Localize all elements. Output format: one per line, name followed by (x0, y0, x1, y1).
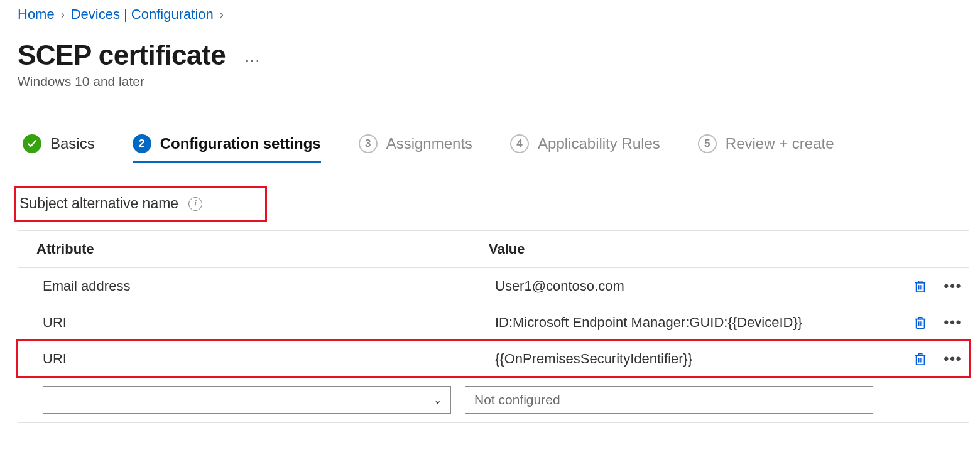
delete-row-button[interactable] (909, 275, 932, 297)
chevron-right-icon: › (61, 8, 65, 21)
delete-row-button[interactable] (909, 311, 932, 334)
step-number-icon: 2 (133, 134, 151, 153)
step-number-icon: 5 (698, 134, 717, 153)
san-table: Attribute Value Email address User1@cont… (18, 230, 969, 423)
cell-attribute: URI (43, 314, 495, 331)
step-configuration-settings[interactable]: 2 Configuration settings (133, 134, 321, 163)
step-label: Review + create (726, 135, 834, 153)
step-applicability-rules[interactable]: 4 Applicability Rules (510, 134, 660, 161)
step-label: Configuration settings (160, 135, 321, 153)
cell-value: {{OnPremisesSecurityIdentifier}} (495, 351, 904, 367)
table-row: URI ID:Microsoft Endpoint Manager:GUID:{… (18, 304, 969, 340)
table-header: Attribute Value (18, 231, 969, 267)
column-header-value: Value (489, 241, 904, 257)
row-more-button[interactable]: ••• (942, 311, 964, 334)
step-label: Applicability Rules (538, 135, 660, 153)
more-options-button[interactable]: ··· (244, 43, 261, 67)
step-assignments[interactable]: 3 Assignments (359, 134, 472, 161)
delete-row-button[interactable] (909, 348, 932, 370)
section-heading: Subject alternative name (19, 195, 178, 212)
cell-attribute: URI (43, 351, 495, 367)
checkmark-icon (23, 134, 41, 153)
value-input-placeholder: Not configured (474, 392, 560, 407)
column-header-attribute: Attribute (36, 241, 489, 257)
step-number-icon: 4 (510, 134, 529, 153)
breadcrumb-devices-link[interactable]: Devices | Configuration (71, 6, 214, 23)
row-more-button[interactable]: ••• (942, 275, 964, 297)
step-label: Assignments (386, 135, 472, 153)
cell-attribute: Email address (43, 278, 495, 294)
breadcrumb-home-link[interactable]: Home (18, 6, 55, 23)
cell-value: User1@contoso.com (495, 278, 904, 294)
step-label: Basics (50, 135, 95, 153)
attribute-select[interactable]: ⌄ (43, 386, 451, 414)
table-row-highlighted: URI {{OnPremisesSecurityIdentifier}} ••• (18, 340, 969, 377)
step-number-icon: 3 (359, 134, 378, 153)
chevron-right-icon: › (220, 8, 224, 21)
table-row: Email address User1@contoso.com ••• (18, 267, 969, 304)
wizard-steps: Basics 2 Configuration settings 3 Assign… (18, 134, 962, 161)
breadcrumb: Home › Devices | Configuration › (18, 6, 962, 23)
row-more-button[interactable]: ••• (942, 348, 964, 370)
step-basics[interactable]: Basics (23, 134, 95, 161)
cell-value: ID:Microsoft Endpoint Manager:GUID:{{Dev… (495, 314, 904, 331)
value-input[interactable]: Not configured (465, 386, 873, 414)
new-row: ⌄ Not configured (18, 377, 969, 422)
info-icon[interactable]: i (188, 197, 202, 211)
page-subtitle: Windows 10 and later (18, 74, 962, 89)
page-title: SCEP certificate (18, 40, 226, 70)
section-heading-highlight: Subject alternative name i (14, 186, 267, 222)
step-review-create[interactable]: 5 Review + create (698, 134, 834, 161)
chevron-down-icon: ⌄ (433, 394, 442, 406)
